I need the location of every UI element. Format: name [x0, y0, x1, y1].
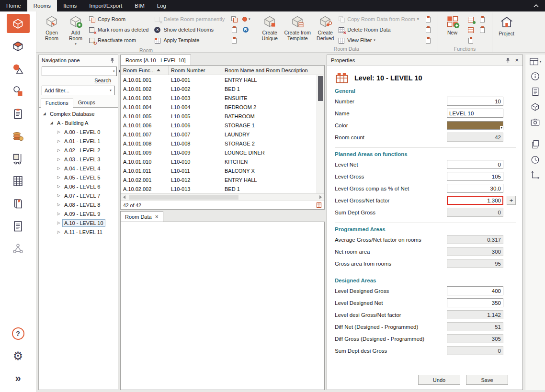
menu-home[interactable]: Home — [0, 0, 27, 11]
ribbon-tool-button[interactable]: ▾ — [231, 37, 238, 44]
ribbon-button[interactable]: Reactivate room ▾ — [89, 35, 150, 45]
tree-expander-icon[interactable]: ▷ — [55, 175, 62, 179]
log-book-icon[interactable] — [316, 202, 322, 208]
rail-items-button[interactable] — [7, 36, 30, 56]
scrollbar-thumb[interactable] — [129, 195, 238, 200]
info-button[interactable] — [530, 71, 540, 81]
chevron-down-icon[interactable]: ▾ — [113, 69, 116, 73]
property-input[interactable] — [447, 172, 503, 181]
tree-item[interactable]: ▷ A.01 - LEVEL 1 — [39, 136, 118, 146]
search-link[interactable]: Search — [42, 76, 115, 84]
vertical-scrollbar[interactable] — [317, 75, 324, 193]
scroll-left-icon[interactable] — [121, 195, 128, 199]
menu-bim[interactable]: BIM — [128, 0, 150, 11]
scrollbar-thumb[interactable] — [318, 76, 323, 101]
menu-items[interactable]: Items — [57, 0, 83, 11]
KITCHEN[interactable]: A.10.01.010 L10-010 KITCHEN — [121, 157, 317, 166]
ribbon-tool-button[interactable]: ▾ — [242, 26, 250, 34]
ribbon-tool-button[interactable]: ▾ — [467, 16, 475, 23]
project-button[interactable]: Project — [496, 13, 518, 44]
STORAGE 1[interactable]: A.10.01.006 L10-006 STORAGE 1 — [121, 121, 317, 130]
color-swatch[interactable]: ▾ — [447, 121, 503, 130]
tree-item[interactable]: ▷ A.04 - LEVEL 4 — [39, 164, 118, 173]
ribbon-button[interactable]: Copy Room Data from Room ▾ — [338, 14, 420, 24]
ribbon-button[interactable]: Delete Room Data ▾ — [338, 24, 420, 35]
ribbon-tool-button[interactable]: ▾ — [425, 16, 432, 23]
property-input[interactable] — [447, 259, 503, 268]
rail-settings-button[interactable] — [7, 347, 30, 366]
property-input[interactable] — [447, 184, 503, 193]
column-header-room-name[interactable]: Room Name and Room Description — [222, 66, 324, 75]
rail-attachments-button[interactable] — [7, 104, 30, 123]
tree-expander-icon[interactable]: ▷ — [55, 166, 62, 170]
rail-catalog-button[interactable] — [7, 194, 30, 213]
property-input[interactable] — [447, 346, 503, 355]
tree-item[interactable]: ◢ Complex Database — [39, 109, 118, 118]
property-input[interactable] — [447, 298, 503, 307]
property-input[interactable] — [447, 160, 503, 169]
LOUNGE DINER[interactable]: A.10.01.009 L10-009 LOUNGE DINER — [121, 148, 317, 157]
tree-expander-icon[interactable]: ▷ — [55, 212, 62, 216]
BALCONY X[interactable]: A.10.01.011 L10-011 BALCONY X — [121, 166, 317, 175]
tree-item[interactable]: ▷ A.05 - LEVEL 5 — [39, 173, 118, 182]
ENTRY HALL[interactable]: A.10.02.001 L10-012 ENTRY HALL — [121, 175, 317, 184]
tree-expander-icon[interactable]: ◢ — [48, 121, 55, 125]
BATHROOM[interactable]: A.10.01.005 L10-005 BATHROOM — [121, 112, 317, 121]
ribbon-button[interactable]: Apply Template ▾ — [154, 35, 227, 45]
tree-item[interactable]: ▷ A.09 - LEVEL 9 — [39, 209, 118, 218]
new-function-button[interactable]: New — [442, 13, 464, 44]
ribbon-tool-button[interactable]: ▾ — [231, 26, 238, 34]
ribbon-button[interactable]: Show deleted Rooms ▾ — [154, 24, 227, 35]
tree-item[interactable]: ▷ A.06 - LEVEL 6 — [39, 182, 118, 191]
rail-reports-button[interactable] — [7, 216, 30, 235]
close-icon[interactable]: × — [515, 56, 519, 64]
tree-item[interactable]: ▷ A.00 - LEVEL 0 — [39, 127, 118, 136]
ribbon-tool-button[interactable]: ▾ — [231, 16, 238, 23]
rail-logistics-button[interactable] — [7, 149, 30, 168]
properties-pane-button[interactable] — [531, 87, 540, 97]
tree-expander-icon[interactable]: ▷ — [55, 184, 62, 189]
property-input[interactable] — [447, 196, 503, 205]
ENTRY HALL[interactable]: A.10.01.001 L10-001 ENTRY HALL — [121, 75, 317, 84]
ribbon-button[interactable]: Copy Room ▾ — [89, 14, 150, 24]
tree-expander-icon[interactable]: ▷ — [55, 202, 62, 207]
rail-network-button[interactable] — [7, 239, 30, 258]
undo-button[interactable]: Undo — [418, 375, 460, 385]
rail-buildings-button[interactable] — [7, 171, 30, 190]
tree-expander-icon[interactable]: ▷ — [55, 230, 62, 234]
property-input[interactable] — [447, 334, 503, 343]
save-button[interactable]: Save — [466, 375, 508, 385]
rail-help-button[interactable] — [7, 324, 30, 343]
rooms-view-tab[interactable]: Rooms [A.10 - LEVEL 10] — [120, 55, 191, 65]
history-button[interactable] — [530, 155, 540, 165]
tree-item[interactable]: ▷ A.02 - LEVEL 2 — [39, 146, 118, 155]
column-header-room-function[interactable]: Room Func... — [121, 66, 169, 75]
create-unique-button[interactable]: Create Unique — [259, 13, 281, 44]
add-filter-dropdown[interactable]: Add filter... ▾ — [42, 86, 115, 95]
property-input[interactable] — [447, 208, 503, 217]
ENSUITE[interactable]: A.10.01.003 L10-003 ENSUITE — [121, 93, 317, 102]
horizontal-scrollbar[interactable] — [121, 193, 324, 201]
tree-item[interactable]: ▷ A.10 - LEVEL 10 — [39, 218, 118, 227]
tree-item[interactable]: ◢ A - Building A — [39, 118, 118, 127]
collapse-ribbon-icon[interactable] — [533, 3, 539, 8]
navigation-tab[interactable]: Functions — [41, 99, 73, 108]
menu-import-export[interactable]: Import/Export — [83, 0, 128, 11]
tree-expander-icon[interactable]: ▷ — [55, 193, 62, 198]
add-button[interactable]: + — [507, 196, 516, 205]
open-room-button[interactable]: Open Room — [41, 13, 63, 44]
ribbon-tool-button[interactable]: ▾ — [467, 26, 475, 34]
tree-expander-icon[interactable]: ◢ — [41, 112, 48, 116]
ribbon-button[interactable]: View Filter ▾ — [338, 35, 420, 45]
tree-item[interactable]: ▷ A.03 - LEVEL 3 — [39, 155, 118, 164]
tree-expander-icon[interactable]: ▷ — [55, 157, 62, 161]
property-input[interactable] — [447, 235, 503, 244]
rail-rooms-button[interactable] — [7, 14, 30, 33]
bim-model-button[interactable] — [530, 102, 540, 112]
LAUNDRY[interactable]: A.10.01.007 L10-007 LAUNDRY — [121, 130, 317, 139]
rail-shapes-button[interactable] — [7, 59, 30, 78]
ribbon-button[interactable]: Mark room as deleted ▾ — [89, 24, 150, 35]
ribbon-tool-button[interactable]: ▾ — [241, 16, 250, 23]
property-input[interactable] — [447, 109, 503, 118]
ribbon-tool-button[interactable]: ▾ — [467, 37, 475, 44]
